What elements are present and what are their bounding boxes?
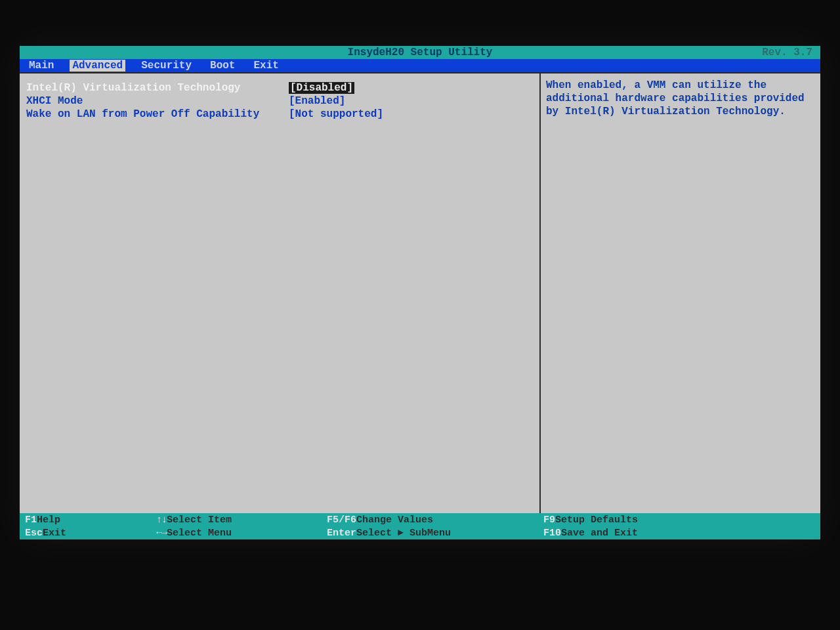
setting-label: Intel(R) Virtualization Technology	[26, 81, 289, 94]
content-area: Intel(R) Virtualization Technology [Disa…	[20, 72, 820, 513]
title-bar: InsydeH20 Setup Utility Rev. 3.7	[20, 46, 820, 59]
footer-f1-help: F1 Help	[25, 513, 156, 526]
footer-select-menu: ←→ Select Menu	[156, 526, 327, 539]
revision-text: Rev. 3.7	[762, 47, 812, 58]
menu-main[interactable]: Main	[26, 60, 56, 72]
bios-screen: InsydeH20 Setup Utility Rev. 3.7 Main Ad…	[20, 46, 820, 538]
help-pane: When enabled, a VMM can utilize the addi…	[541, 74, 820, 513]
setting-row-wol[interactable]: Wake on LAN from Power Off Capability [N…	[26, 108, 453, 121]
settings-pane: Intel(R) Virtualization Technology [Disa…	[20, 74, 541, 513]
footer-save-exit: F10 Save and Exit	[543, 526, 815, 539]
setting-row-virtualization[interactable]: Intel(R) Virtualization Technology [Disa…	[26, 81, 453, 94]
footer-esc-exit: Esc Exit	[25, 526, 156, 539]
settings-table: Intel(R) Virtualization Technology [Disa…	[26, 81, 453, 121]
setting-row-xhci[interactable]: XHCI Mode [Enabled]	[26, 94, 453, 108]
menu-boot[interactable]: Boot	[207, 60, 238, 72]
footer-bar: F1 Help ↑↓ Select Item F5/F6 Change Valu…	[20, 513, 820, 539]
menu-security[interactable]: Security	[138, 60, 194, 72]
help-text: When enabled, a VMM can utilize the addi…	[546, 79, 815, 118]
setting-label: Wake on LAN from Power Off Capability	[26, 108, 289, 121]
menu-bar: Main Advanced Security Boot Exit	[20, 59, 820, 72]
footer-enter-submenu: Enter Select ► SubMenu	[327, 526, 543, 539]
setting-label: XHCI Mode	[26, 94, 289, 108]
setting-value: [Not supported]	[289, 108, 453, 121]
menu-advanced[interactable]: Advanced	[70, 60, 125, 72]
setting-value: [Enabled]	[289, 94, 453, 108]
footer-setup-defaults: F9 Setup Defaults	[543, 513, 815, 526]
footer-change-values: F5/F6 Change Values	[327, 513, 543, 526]
menu-exit[interactable]: Exit	[251, 60, 281, 72]
title-text: InsydeH20 Setup Utility	[348, 47, 493, 58]
setting-value: [Disabled]	[289, 81, 453, 94]
footer-select-item: ↑↓ Select Item	[156, 513, 327, 526]
